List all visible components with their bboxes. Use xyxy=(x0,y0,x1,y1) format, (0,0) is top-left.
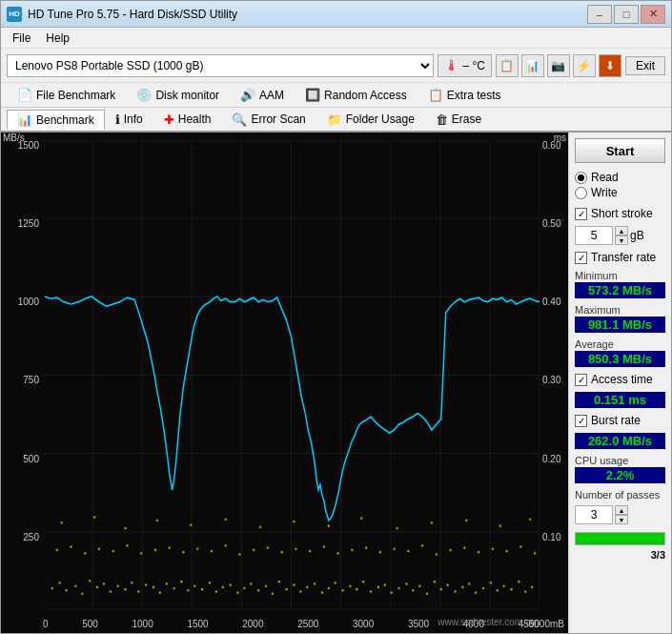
transfer-rate-checkbox[interactable]: ✓ xyxy=(575,252,587,264)
write-radio-row[interactable]: Write xyxy=(575,186,665,199)
download-icon-btn[interactable]: ⬇ xyxy=(599,54,621,77)
tab-extra-tests[interactable]: 📋 Extra tests xyxy=(417,85,512,105)
svg-point-64 xyxy=(377,586,379,589)
svg-point-111 xyxy=(393,547,395,550)
short-stroke-down-button[interactable]: ▼ xyxy=(615,235,628,245)
svg-point-77 xyxy=(468,583,470,585)
svg-point-74 xyxy=(446,583,448,586)
svg-point-100 xyxy=(238,553,240,556)
tab-erase[interactable]: 🗑 Erase xyxy=(425,110,492,130)
burst-rate-checkbox-row[interactable]: ✓ Burst rate xyxy=(575,414,665,427)
tab-folder-usage[interactable]: 📁 Folder Usage xyxy=(316,110,425,130)
svg-point-132 xyxy=(396,527,397,530)
write-radio[interactable] xyxy=(575,187,587,199)
access-time-value: 0.151 ms xyxy=(575,392,665,408)
short-stroke-checkbox-row[interactable]: ✓ Short stroke xyxy=(575,207,665,220)
toolbar: Lenovo PS8 Portable SSD (1000 gB) 🌡 – °C… xyxy=(1,49,671,83)
svg-point-99 xyxy=(225,544,227,547)
maximum-label: Maximum xyxy=(575,304,665,316)
svg-point-118 xyxy=(492,547,494,550)
svg-point-125 xyxy=(156,520,158,522)
tab-random-access[interactable]: 🔲 Random Access xyxy=(295,85,417,105)
svg-point-71 xyxy=(426,592,428,595)
menu-file[interactable]: File xyxy=(5,30,38,47)
exit-button[interactable]: Exit xyxy=(625,56,665,75)
cpu-usage-value: 2.2% xyxy=(575,467,665,483)
number-of-passes-label: Number of passes xyxy=(575,489,665,501)
minimize-button[interactable]: – xyxy=(587,5,612,24)
svg-point-90 xyxy=(98,547,100,550)
y-right-020: 0.20 xyxy=(542,454,560,464)
info-icon-btn[interactable]: 📋 xyxy=(496,54,519,77)
svg-point-94 xyxy=(154,549,156,552)
title-bar: HD HD Tune Pro 5.75 - Hard Disk/SSD Util… xyxy=(1,1,671,28)
short-stroke-up-button[interactable]: ▲ xyxy=(615,226,628,235)
svg-point-67 xyxy=(397,587,399,590)
tabs-row1: 📄 File Benchmark 💿 Disk monitor 🔊 AAM 🔲 … xyxy=(1,83,671,108)
svg-point-123 xyxy=(93,516,95,519)
passes-down-button[interactable]: ▼ xyxy=(615,515,628,524)
tab-disk-monitor[interactable]: 💿 Disk monitor xyxy=(126,85,230,105)
svg-point-135 xyxy=(499,524,501,527)
transfer-rate-checkbox-row[interactable]: ✓ Transfer rate xyxy=(575,251,665,264)
y-right-030: 0.30 xyxy=(542,375,560,385)
tab-error-scan[interactable]: 🔍 Error Scan xyxy=(221,110,316,130)
short-stroke-input[interactable] xyxy=(575,226,613,245)
read-radio[interactable] xyxy=(575,172,587,184)
read-radio-row[interactable]: Read xyxy=(575,171,665,184)
minimum-label: Minimum xyxy=(575,270,665,281)
svg-point-37 xyxy=(187,589,189,592)
aam-icon: 🔊 xyxy=(240,88,255,102)
x-label-1500: 1500 xyxy=(187,619,208,629)
short-stroke-checkbox[interactable]: ✓ xyxy=(575,208,587,220)
maximum-value: 981.1 MB/s xyxy=(575,317,665,333)
svg-point-58 xyxy=(335,582,336,584)
camera-icon-btn[interactable]: 📷 xyxy=(547,54,570,77)
svg-point-32 xyxy=(153,586,154,589)
svg-point-19 xyxy=(59,582,61,584)
tab-benchmark[interactable]: 📊 Benchmark xyxy=(7,110,105,130)
tab-health[interactable]: ✚ Health xyxy=(153,110,222,130)
tabs-row2: 📊 Benchmark ℹ Info ✚ Health 🔍 Error Scan… xyxy=(1,108,671,133)
tab-file-benchmark[interactable]: 📄 File Benchmark xyxy=(7,85,126,105)
access-time-checkbox[interactable]: ✓ xyxy=(575,374,587,386)
svg-point-83 xyxy=(510,588,512,591)
close-button[interactable]: ✕ xyxy=(641,5,665,24)
content-area: MB/s ms 1500 1250 1000 750 500 250 0.60 … xyxy=(1,133,671,633)
minimum-value: 573.2 MB/s xyxy=(575,282,665,298)
x-label-2500: 2500 xyxy=(297,619,318,629)
chart-area: MB/s ms 1500 1250 1000 750 500 250 0.60 … xyxy=(1,133,568,633)
tab-aam[interactable]: 🔊 AAM xyxy=(230,85,295,105)
y-axis-right-labels: 0.60 0.50 0.40 0.30 0.20 0.10 xyxy=(540,140,568,610)
svg-point-76 xyxy=(461,586,463,589)
benchmark-icon-btn[interactable]: 📊 xyxy=(521,54,544,77)
passes-input[interactable] xyxy=(575,505,613,524)
x-label-0: 0 xyxy=(43,619,49,629)
power-icon-btn[interactable]: ⚡ xyxy=(573,54,596,77)
x-label-3000: 3000 xyxy=(353,619,374,629)
menu-help[interactable]: Help xyxy=(38,30,77,47)
burst-rate-checkbox[interactable]: ✓ xyxy=(575,415,587,427)
error-scan-tab-icon: 🔍 xyxy=(232,112,247,127)
svg-point-50 xyxy=(278,581,280,583)
svg-point-101 xyxy=(253,549,255,552)
passes-spinner-row: ▲ ▼ xyxy=(575,505,665,524)
svg-point-43 xyxy=(229,583,231,586)
y-left-1000: 1000 xyxy=(18,297,39,307)
y-right-050: 0.50 xyxy=(542,218,560,229)
svg-point-79 xyxy=(482,587,484,590)
svg-point-121 xyxy=(534,552,536,555)
svg-point-38 xyxy=(193,584,195,587)
svg-point-75 xyxy=(454,590,456,593)
passes-up-button[interactable]: ▲ xyxy=(615,505,628,515)
access-time-checkbox-row[interactable]: ✓ Access time xyxy=(575,373,665,386)
svg-point-52 xyxy=(293,583,295,586)
svg-point-102 xyxy=(267,546,269,549)
start-button[interactable]: Start xyxy=(575,138,665,163)
maximize-button[interactable]: □ xyxy=(614,5,639,24)
svg-point-59 xyxy=(341,589,343,592)
tab-info[interactable]: ℹ Info xyxy=(105,110,153,130)
minimum-stat: Minimum 573.2 MB/s xyxy=(575,270,665,298)
svg-point-128 xyxy=(259,525,261,528)
disk-selector[interactable]: Lenovo PS8 Portable SSD (1000 gB) xyxy=(7,54,434,77)
